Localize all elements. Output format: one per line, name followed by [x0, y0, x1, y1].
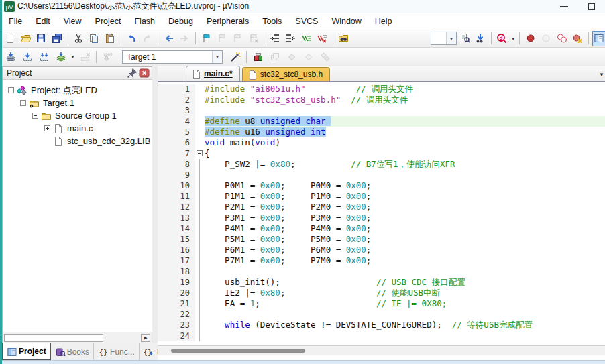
cut-icon[interactable]: [71, 31, 85, 46]
menu-flash[interactable]: Flash: [127, 14, 162, 29]
tab-overflow-icon[interactable]: ▼: [599, 72, 604, 78]
navigate-back-icon[interactable]: [162, 31, 176, 46]
clear-bookmarks-icon[interactable]: [246, 31, 260, 46]
tree-item-project-led[interactable]: Project: 点亮LED: [3, 84, 152, 97]
collapse-icon[interactable]: [32, 113, 38, 119]
window-cascade-icon[interactable]: [267, 49, 282, 64]
flash-diamond2-icon[interactable]: [300, 49, 316, 64]
batch-build-dropdown[interactable]: ▼: [69, 49, 76, 64]
insert-breakpoint-icon[interactable]: [523, 31, 537, 46]
menu-tools[interactable]: Tools: [256, 14, 288, 29]
batch-build-icon[interactable]: [53, 49, 68, 64]
menu-debug[interactable]: Debug: [162, 14, 200, 29]
tree-item-target-1[interactable]: Target 1: [3, 97, 152, 109]
collapse-icon[interactable]: [8, 87, 14, 93]
code-line-21[interactable]: 21 EA = 1; // IE |= 0X80;: [158, 298, 605, 309]
select-target-combo-dropdown-icon[interactable]: ▼: [212, 51, 222, 63]
flash-diamond-icon[interactable]: [284, 49, 299, 64]
menu-window[interactable]: Window: [325, 14, 368, 29]
menu-edit[interactable]: Edit: [29, 14, 57, 29]
code-line-3[interactable]: 3: [158, 105, 605, 116]
close-panel-icon[interactable]: [139, 68, 150, 78]
new-file-icon[interactable]: [3, 31, 17, 46]
debug-find-icon[interactable]: d: [495, 31, 509, 46]
code-line-11[interactable]: 11 P1M1 = 0x00; P1M0 = 0x00;: [158, 191, 605, 202]
code-line-5[interactable]: 5#define u16 unsigned int: [158, 127, 605, 137]
find-symbols-icon[interactable]: [457, 31, 472, 46]
kill-all-breakpoints-icon[interactable]: [570, 31, 584, 46]
hscroll-right-arrow-icon[interactable]: ▶: [141, 334, 150, 342]
menu-view[interactable]: View: [57, 14, 89, 29]
code-line-6[interactable]: 6void main(void): [158, 137, 605, 148]
indent-left-icon[interactable]: [284, 31, 298, 46]
code-line-9[interactable]: 9: [158, 170, 605, 180]
pin-icon[interactable]: [127, 68, 138, 78]
collapse-icon[interactable]: [20, 100, 26, 106]
menu-file[interactable]: File: [2, 14, 29, 29]
fold-collapse-icon[interactable]: [197, 150, 203, 156]
next-bookmark-icon[interactable]: [231, 31, 245, 46]
panel-splitter[interactable]: [152, 66, 158, 343]
code-editor[interactable]: 1#include "ai8051u.h" // 调用头文件2#include …: [158, 84, 605, 345]
code-line-1[interactable]: 1#include "ai8051u.h" // 调用头文件: [158, 84, 605, 95]
code-line-12[interactable]: 12 P2M1 = 0x00; P2M0 = 0x00;: [158, 202, 605, 213]
code-line-2[interactable]: 2#include "stc32_stc8_usb.h" // 调用头文件: [158, 95, 605, 105]
debug-find-dropdown[interactable]: ▼: [510, 31, 516, 46]
bottom-tab-project[interactable]: Project: [2, 343, 51, 360]
project-panel-hscrollbar[interactable]: ▶: [3, 332, 152, 343]
redo-icon[interactable]: [140, 31, 154, 46]
windows-manage-icon[interactable]: [592, 31, 605, 46]
search-text-combo-dropdown-icon[interactable]: ▼: [446, 32, 456, 44]
hscroll-thumb[interactable]: [4, 334, 103, 342]
minimize-button[interactable]: [560, 6, 568, 7]
menu-peripherals[interactable]: Peripherals: [200, 14, 256, 29]
prev-bookmark-icon[interactable]: [215, 31, 229, 46]
search-text-combo[interactable]: ▼: [431, 32, 457, 45]
download-load-icon[interactable]: LOAD: [100, 49, 115, 64]
menu-svcs[interactable]: SVCS: [288, 14, 325, 29]
code-line-24[interactable]: 24: [158, 330, 605, 341]
rebuild-all-icon[interactable]: [36, 49, 52, 64]
code-line-16[interactable]: 16 P6M1 = 0x00; P6M0 = 0x00;: [158, 245, 605, 255]
code-line-7[interactable]: 7{: [158, 148, 605, 159]
uncomment-selection-icon[interactable]: [315, 31, 329, 46]
maximize-button[interactable]: [588, 3, 595, 10]
select-target-combo[interactable]: Target 1▼: [122, 50, 223, 64]
options-for-target-icon[interactable]: [227, 49, 243, 64]
debug-session-icon[interactable]: [250, 49, 266, 64]
translate-file-icon[interactable]: [3, 49, 18, 64]
code-line-23[interactable]: 23 while (DeviceState != DEVSTATE_CONFIG…: [158, 320, 605, 330]
editor-tab-main-c-[interactable]: main.c*: [186, 66, 240, 81]
copy-icon[interactable]: [87, 31, 101, 46]
comment-selection-icon[interactable]: [299, 31, 313, 46]
enable-all-breakpoints-icon[interactable]: [555, 31, 569, 46]
code-line-22[interactable]: 22: [158, 309, 605, 320]
editor-tab-stc32-stc8-usb-h[interactable]: stc32_stc8_usb.h: [242, 67, 330, 81]
expand-icon[interactable]: [44, 125, 50, 131]
editor-hscroll-thumb[interactable]: [171, 349, 305, 353]
code-line-13[interactable]: 13 P3M1 = 0x00; P3M0 = 0x00;: [158, 213, 605, 223]
code-line-15[interactable]: 15 P5M1 = 0x00; P5M0 = 0x00;: [158, 234, 605, 245]
flash-diamonds-icon[interactable]: [317, 49, 333, 64]
stop-build-icon[interactable]: [77, 49, 93, 64]
code-line-18[interactable]: 18: [158, 266, 605, 277]
disable-breakpoint-icon[interactable]: [539, 31, 553, 46]
indent-right-icon[interactable]: [268, 31, 282, 46]
fold-margin[interactable]: [195, 148, 205, 159]
tree-item-stc-usb-cdc-32g-lib[interactable]: stc_usb_cdc_32g.LIB: [3, 135, 152, 147]
save-icon[interactable]: [34, 31, 48, 46]
code-line-14[interactable]: 14 P4M1 = 0x00; P4M0 = 0x00;: [158, 223, 605, 234]
undo-icon[interactable]: [124, 31, 138, 46]
save-all-icon[interactable]: [50, 31, 64, 46]
editor-hscrollbar[interactable]: [158, 345, 605, 355]
toggle-bookmark-icon[interactable]: [199, 31, 213, 46]
menu-help[interactable]: Help: [368, 14, 399, 29]
code-line-10[interactable]: 10 P0M1 = 0x00; P0M0 = 0x00;: [158, 180, 605, 191]
navigate-forward-icon[interactable]: [178, 31, 192, 46]
code-line-4[interactable]: 4#define u8 unsigned char: [158, 116, 605, 127]
open-file-icon[interactable]: [18, 31, 32, 46]
code-line-17[interactable]: 17 P7M1 = 0x00; P7M0 = 0x00;: [158, 255, 605, 266]
bottom-tab-books[interactable]: Books: [51, 343, 94, 360]
goto-definition-icon[interactable]: [473, 31, 487, 46]
build-icon[interactable]: [19, 49, 35, 64]
